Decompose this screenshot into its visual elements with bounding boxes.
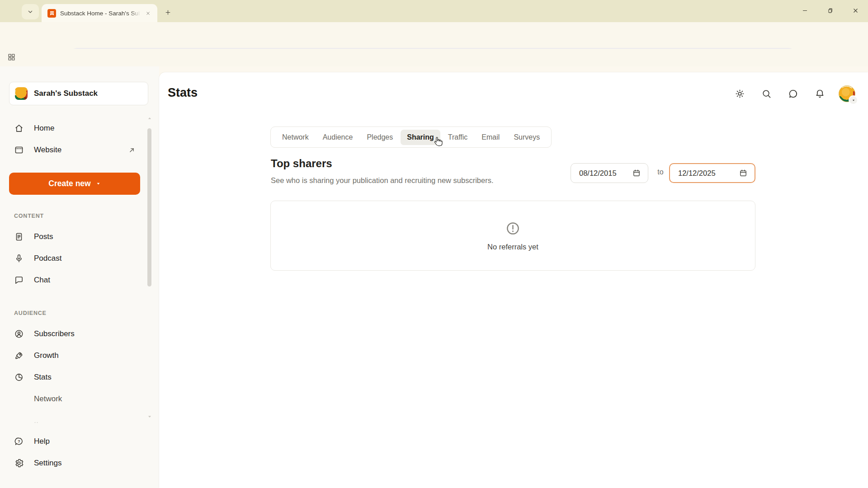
tab-close-icon[interactable] [144,9,152,17]
window-controls [792,0,868,21]
grid-icon[interactable] [7,53,16,61]
sidebar-item-label: Website [34,145,118,155]
create-new-button[interactable]: Create new [9,173,140,195]
sidebar-item-podcast[interactable]: Podcast [7,248,143,269]
sidebar-scrollbar-thumb[interactable] [147,128,151,286]
search-icon [761,89,772,99]
sidebar-item-network[interactable]: Network [7,388,143,410]
chat-round-icon [788,89,798,99]
sidebar-nav: HomeWebsiteCreate newCONTENTPostsPodcast… [7,117,143,427]
sidebar-item-label: Network [34,394,136,404]
tab-title: Substack Home - Sarah's Subst [60,10,140,17]
sidebar-item-settings[interactable]: Settings [7,452,143,474]
sidebar-item-chat[interactable]: Chat [7,269,143,291]
sidebar-item-help[interactable]: ?Help [7,431,143,452]
home-icon [14,123,24,133]
close-icon [852,7,859,14]
sidebar-section-header: CONTENT [7,212,143,220]
sidebar-item-label: Help [34,437,136,446]
caret-down-icon [852,99,855,102]
browser-titlebar: Substack Home - Sarah's Subst [0,0,868,22]
sidebar-footer: ?HelpSettings [7,431,143,474]
minimize-icon [802,7,808,14]
calendar-icon[interactable] [632,169,641,178]
page-background: Sarah's Substack HomeWebsiteCreate newCO… [0,66,868,488]
restore-icon [827,7,834,14]
sidebar-item-posts[interactable]: Posts [7,226,143,248]
tab-search-button[interactable] [22,4,39,19]
header-actions [731,85,828,102]
theme-toggle-button[interactable] [731,85,748,102]
screen: Substack Home - Sarah's Subst f327cec3.s… [0,0,868,488]
caret-down-icon [96,181,101,186]
minimize-button[interactable] [792,0,817,21]
notifications-button[interactable] [811,85,828,102]
sidebar-item-stats[interactable]: Stats [7,366,143,388]
section-subtitle: See who is sharing your publication and … [271,176,494,185]
sidebar-item-website[interactable]: Website [7,139,143,161]
date-to-value[interactable]: 12/12/2025 [678,169,734,178]
sidebar-item-growth[interactable]: Growth [7,345,143,366]
scrollbar-up-icon[interactable] [147,116,152,121]
alert-circle-icon [505,221,521,236]
avatar-dropdown-badge[interactable] [849,96,857,104]
date-from-input[interactable]: 08/12/2015 [571,163,648,183]
publication-selector[interactable]: Sarah's Substack [9,82,148,105]
browser-toolbar: f327cec3.substack.com/publish/stats/shar… [0,22,868,49]
tab-pledges[interactable]: Pledges [360,130,399,145]
settings-icon [14,458,24,468]
date-range-separator: to [652,168,669,176]
substack-favicon-icon [47,9,56,18]
date-from-value[interactable]: 08/12/2015 [579,169,627,178]
browser-tab[interactable]: Substack Home - Sarah's Subst [42,4,157,22]
external-link-icon [127,146,136,155]
subscribers-icon [14,329,24,339]
stats-tabs: NetworkAudiencePledgesSharingTrafficEmai… [270,127,552,148]
podcast-icon [14,253,24,263]
post-icon [14,232,24,242]
date-to-input[interactable]: 12/12/2025 [669,163,755,183]
sidebar-item-home[interactable]: Home [7,117,143,139]
sidebar-item-label: Home [34,124,136,133]
bookmarks-bar [0,49,868,66]
sidebar-section-header: AUDIENCE [7,310,143,317]
sidebar-item-label: Growth [34,351,136,360]
messages-button[interactable] [785,85,801,102]
close-button[interactable] [843,0,868,21]
tab-network[interactable]: Network [276,130,315,145]
help-icon: ? [14,436,24,446]
sidebar-item-partial: ·· [7,418,143,427]
restore-button[interactable] [817,0,843,21]
tab-sharing[interactable]: Sharing [401,130,440,145]
growth-icon [14,351,24,361]
search-button[interactable] [758,85,774,102]
new-tab-button[interactable] [161,5,175,19]
sidebar-item-subscribers[interactable]: Subscribers [7,323,143,345]
calendar-icon[interactable] [739,169,748,178]
scrollbar-down-icon[interactable] [147,414,152,419]
stats-icon [14,372,24,382]
empty-state-card: No referrals yet [270,201,755,271]
theme-sun-icon [735,89,745,99]
sidebar-item-label: Subscribers [34,329,136,338]
tab-audience[interactable]: Audience [316,130,359,145]
website-icon [14,145,24,155]
main-panel: Stats NetworkAudiencePledgesSharingTraff… [159,72,868,488]
tab-surveys[interactable]: Surveys [507,130,546,145]
chat-bubble-icon [14,275,24,285]
tab-email[interactable]: Email [475,130,506,145]
create-new-label: Create new [48,179,90,188]
svg-text:?: ? [18,439,20,444]
tab-traffic[interactable]: Traffic [442,130,474,145]
publication-name: Sarah's Substack [34,89,98,98]
plus-icon [165,9,171,16]
empty-state-message: No referrals yet [487,243,538,251]
sidebar: Sarah's Substack HomeWebsiteCreate newCO… [0,66,159,488]
section-title: Top sharers [271,157,332,170]
sidebar-item-label: Chat [34,276,136,285]
bell-icon [815,89,825,99]
page-title: Stats [168,86,198,100]
publication-logo [15,87,28,100]
sidebar-item-label: Settings [34,459,136,468]
sidebar-item-label: Posts [34,232,136,241]
